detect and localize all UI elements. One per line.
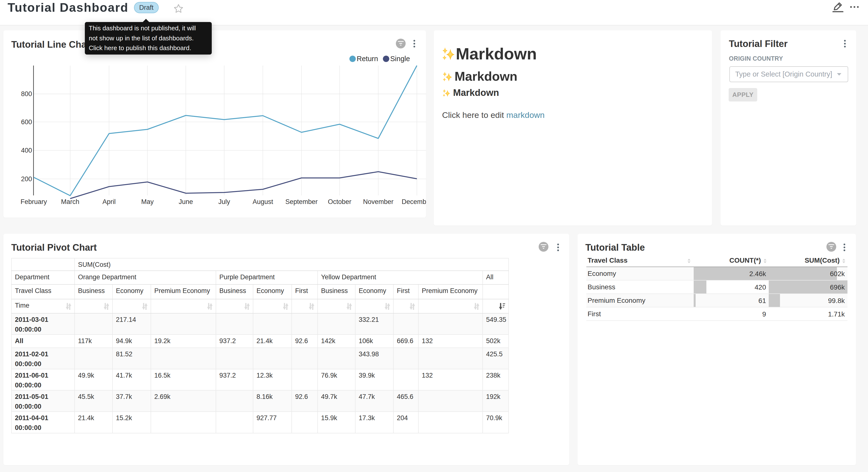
svg-text:November: November — [363, 198, 394, 205]
svg-text:December: December — [402, 198, 426, 205]
svg-text:800: 800 — [21, 90, 32, 97]
svg-text:March: March — [61, 198, 79, 205]
svg-text:October: October — [328, 198, 351, 205]
svg-text:600: 600 — [21, 118, 32, 126]
svg-text:400: 400 — [21, 147, 32, 154]
svg-text:April: April — [102, 198, 116, 205]
svg-text:Return: Return — [357, 55, 378, 63]
svg-text:July: July — [218, 198, 230, 205]
svg-text:August: August — [253, 198, 273, 205]
svg-text:February: February — [21, 198, 47, 205]
svg-text:200: 200 — [21, 175, 32, 183]
svg-text:September: September — [285, 198, 318, 205]
svg-text:June: June — [179, 198, 193, 205]
svg-text:May: May — [141, 198, 154, 205]
svg-text:Single: Single — [390, 55, 410, 63]
